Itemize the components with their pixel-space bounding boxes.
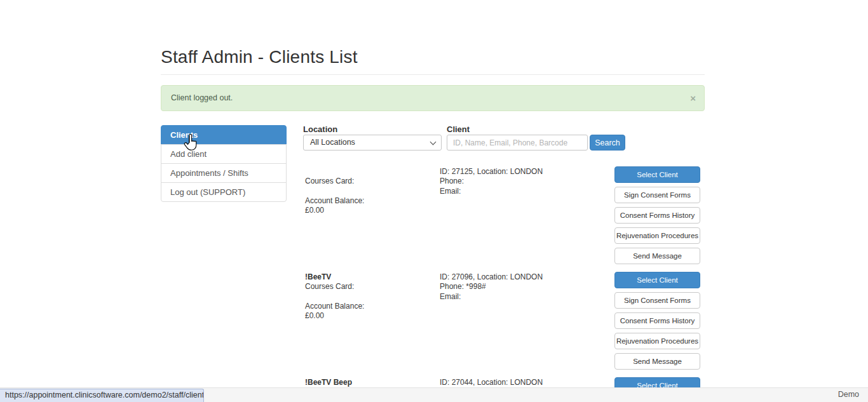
client-summary: Courses Card: Account Balance: £0.00 — [305, 167, 435, 215]
courses-card-value — [305, 292, 435, 302]
client-label: Client — [447, 124, 470, 134]
client-id-location: ID: 27125, Location: LONDON — [440, 167, 605, 177]
title-divider — [161, 74, 705, 75]
hand-cursor-icon — [183, 134, 198, 154]
consent-forms-history-button[interactable]: Consent Forms History — [614, 207, 700, 224]
account-balance-label: Account Balance: — [305, 196, 435, 206]
client-id-location: ID: 27096, Location: LONDON — [440, 272, 605, 282]
rejuvenation-procedures-button[interactable]: Rejuvenation Procedures — [614, 227, 700, 244]
alert-message: Client logged out. — [171, 93, 233, 102]
client-contact: ID: 27125, Location: LONDON Phone: Email… — [440, 167, 605, 196]
chevron-down-icon — [430, 139, 437, 145]
client-summary: !BeeTV Courses Card: Account Balance: £0… — [305, 272, 435, 321]
account-balance-value: £0.00 — [305, 206, 435, 215]
select-client-button[interactable]: Select Client — [614, 166, 700, 183]
sidebar-menu: Clients Add client Appointments / Shifts… — [161, 125, 287, 202]
client-summary: !BeeTV Beep — [305, 378, 435, 387]
client-search-form: Location All Locations Client Search — [303, 124, 705, 151]
sidebar-item-clients[interactable]: Clients — [161, 125, 287, 145]
courses-card-value — [305, 187, 435, 196]
account-balance-value: £0.00 — [305, 311, 435, 321]
sign-consent-forms-button[interactable]: Sign Consent Forms — [614, 187, 700, 203]
client-contact: ID: 27096, Location: LONDON Phone: *998#… — [440, 272, 605, 302]
client-row: !BeeTV Courses Card: Account Balance: £0… — [303, 272, 705, 377]
client-name — [305, 167, 435, 177]
rejuvenation-procedures-button[interactable]: Rejuvenation Procedures — [614, 333, 700, 349]
demo-label: Demo — [838, 388, 859, 401]
staff-admin-page: Staff Admin - Clients List Client logged… — [0, 0, 868, 402]
courses-card-label: Courses Card: — [305, 177, 435, 186]
client-row: Courses Card: Account Balance: £0.00 ID:… — [303, 166, 705, 272]
location-label: Location — [303, 124, 337, 134]
select-client-button[interactable]: Select Client — [614, 272, 700, 288]
client-phone: Phone: — [440, 177, 605, 186]
location-select-value: All Locations — [310, 138, 355, 147]
sidebar-item-logout-support[interactable]: Log out (SUPPORT) — [161, 182, 287, 202]
consent-forms-history-button[interactable]: Consent Forms History — [614, 312, 700, 329]
sidebar-item-appointments-shifts[interactable]: Appointments / Shifts — [161, 163, 287, 183]
client-email: Email: — [440, 292, 605, 302]
page-title: Staff Admin - Clients List — [161, 47, 358, 67]
search-button[interactable]: Search — [590, 135, 625, 151]
account-balance-label: Account Balance: — [305, 302, 435, 311]
client-contact: ID: 27044, Location: LONDON — [440, 378, 605, 387]
client-email: Email: — [440, 187, 605, 196]
sidebar-item-add-client[interactable]: Add client — [161, 144, 287, 164]
client-name: !BeeTV Beep — [305, 378, 435, 387]
send-message-button[interactable]: Send Message — [614, 353, 700, 370]
browser-status-url: https://appointment.clinicsoftware.com/d… — [0, 389, 204, 402]
sign-consent-forms-button[interactable]: Sign Consent Forms — [614, 292, 700, 309]
send-message-button[interactable]: Send Message — [614, 248, 700, 264]
client-name: !BeeTV — [305, 272, 435, 282]
client-phone: Phone: *998# — [440, 282, 605, 291]
location-select[interactable]: All Locations — [303, 135, 442, 151]
client-id-location: ID: 27044, Location: LONDON — [440, 378, 605, 387]
alert-close-icon[interactable]: × — [690, 86, 696, 111]
client-search-input[interactable] — [447, 135, 588, 151]
alert-banner: Client logged out. × — [161, 85, 705, 111]
client-actions: Select Client Sign Consent Forms Consent… — [614, 272, 700, 373]
courses-card-label: Courses Card: — [305, 282, 435, 291]
client-actions: Select Client Sign Consent Forms Consent… — [614, 166, 700, 268]
